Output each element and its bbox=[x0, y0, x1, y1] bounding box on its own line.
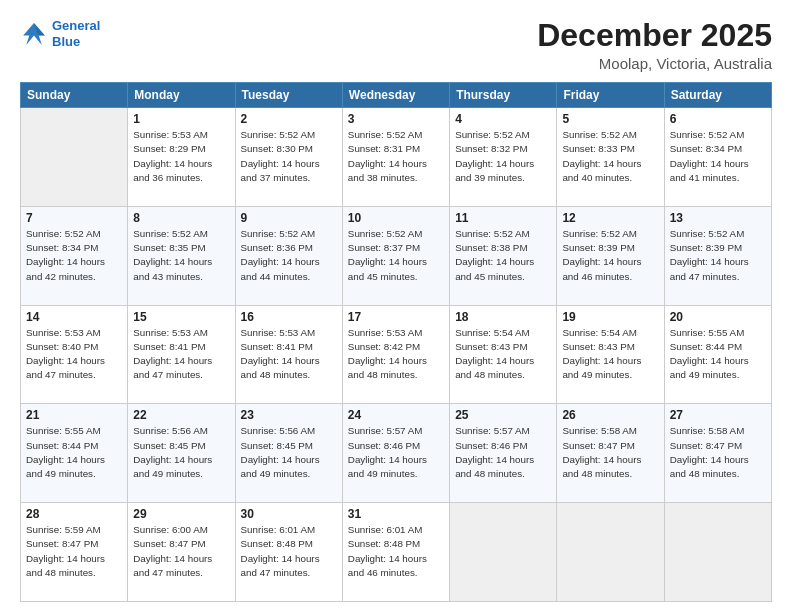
day-info: Sunrise: 5:54 AMSunset: 8:43 PMDaylight:… bbox=[562, 326, 658, 383]
day-number: 26 bbox=[562, 408, 658, 422]
table-row: 25Sunrise: 5:57 AMSunset: 8:46 PMDayligh… bbox=[450, 404, 557, 503]
day-number: 25 bbox=[455, 408, 551, 422]
day-info: Sunrise: 5:53 AMSunset: 8:41 PMDaylight:… bbox=[133, 326, 229, 383]
table-row: 3Sunrise: 5:52 AMSunset: 8:31 PMDaylight… bbox=[342, 108, 449, 207]
table-row: 10Sunrise: 5:52 AMSunset: 8:37 PMDayligh… bbox=[342, 206, 449, 305]
day-number: 24 bbox=[348, 408, 444, 422]
day-info: Sunrise: 5:56 AMSunset: 8:45 PMDaylight:… bbox=[133, 424, 229, 481]
day-info: Sunrise: 6:01 AMSunset: 8:48 PMDaylight:… bbox=[348, 523, 444, 580]
table-row: 2Sunrise: 5:52 AMSunset: 8:30 PMDaylight… bbox=[235, 108, 342, 207]
table-row: 14Sunrise: 5:53 AMSunset: 8:40 PMDayligh… bbox=[21, 305, 128, 404]
table-row: 13Sunrise: 5:52 AMSunset: 8:39 PMDayligh… bbox=[664, 206, 771, 305]
page: General Blue December 2025 Moolap, Victo… bbox=[0, 0, 792, 612]
day-number: 11 bbox=[455, 211, 551, 225]
day-number: 21 bbox=[26, 408, 122, 422]
col-thursday: Thursday bbox=[450, 83, 557, 108]
main-title: December 2025 bbox=[537, 18, 772, 53]
table-row bbox=[557, 503, 664, 602]
calendar-table: Sunday Monday Tuesday Wednesday Thursday… bbox=[20, 82, 772, 602]
logo-text: General Blue bbox=[52, 18, 100, 49]
day-info: Sunrise: 5:52 AMSunset: 8:34 PMDaylight:… bbox=[670, 128, 766, 185]
table-row: 6Sunrise: 5:52 AMSunset: 8:34 PMDaylight… bbox=[664, 108, 771, 207]
calendar-week-row: 1Sunrise: 5:53 AMSunset: 8:29 PMDaylight… bbox=[21, 108, 772, 207]
day-info: Sunrise: 5:58 AMSunset: 8:47 PMDaylight:… bbox=[562, 424, 658, 481]
day-info: Sunrise: 5:52 AMSunset: 8:34 PMDaylight:… bbox=[26, 227, 122, 284]
table-row: 9Sunrise: 5:52 AMSunset: 8:36 PMDaylight… bbox=[235, 206, 342, 305]
day-info: Sunrise: 5:52 AMSunset: 8:35 PMDaylight:… bbox=[133, 227, 229, 284]
day-number: 22 bbox=[133, 408, 229, 422]
table-row bbox=[664, 503, 771, 602]
calendar-week-row: 21Sunrise: 5:55 AMSunset: 8:44 PMDayligh… bbox=[21, 404, 772, 503]
day-number: 29 bbox=[133, 507, 229, 521]
header: General Blue December 2025 Moolap, Victo… bbox=[20, 18, 772, 72]
col-sunday: Sunday bbox=[21, 83, 128, 108]
table-row: 20Sunrise: 5:55 AMSunset: 8:44 PMDayligh… bbox=[664, 305, 771, 404]
day-number: 8 bbox=[133, 211, 229, 225]
day-number: 30 bbox=[241, 507, 337, 521]
col-monday: Monday bbox=[128, 83, 235, 108]
day-info: Sunrise: 5:58 AMSunset: 8:47 PMDaylight:… bbox=[670, 424, 766, 481]
day-number: 12 bbox=[562, 211, 658, 225]
day-info: Sunrise: 5:55 AMSunset: 8:44 PMDaylight:… bbox=[670, 326, 766, 383]
logo-icon bbox=[20, 20, 48, 48]
logo: General Blue bbox=[20, 18, 100, 49]
day-number: 23 bbox=[241, 408, 337, 422]
day-info: Sunrise: 5:52 AMSunset: 8:39 PMDaylight:… bbox=[562, 227, 658, 284]
day-info: Sunrise: 5:56 AMSunset: 8:45 PMDaylight:… bbox=[241, 424, 337, 481]
day-info: Sunrise: 5:53 AMSunset: 8:40 PMDaylight:… bbox=[26, 326, 122, 383]
day-info: Sunrise: 6:00 AMSunset: 8:47 PMDaylight:… bbox=[133, 523, 229, 580]
table-row: 21Sunrise: 5:55 AMSunset: 8:44 PMDayligh… bbox=[21, 404, 128, 503]
day-number: 27 bbox=[670, 408, 766, 422]
day-number: 20 bbox=[670, 310, 766, 324]
col-friday: Friday bbox=[557, 83, 664, 108]
day-info: Sunrise: 5:55 AMSunset: 8:44 PMDaylight:… bbox=[26, 424, 122, 481]
day-info: Sunrise: 5:52 AMSunset: 8:36 PMDaylight:… bbox=[241, 227, 337, 284]
table-row: 19Sunrise: 5:54 AMSunset: 8:43 PMDayligh… bbox=[557, 305, 664, 404]
day-number: 1 bbox=[133, 112, 229, 126]
table-row: 26Sunrise: 5:58 AMSunset: 8:47 PMDayligh… bbox=[557, 404, 664, 503]
day-number: 14 bbox=[26, 310, 122, 324]
table-row bbox=[450, 503, 557, 602]
day-number: 5 bbox=[562, 112, 658, 126]
day-number: 31 bbox=[348, 507, 444, 521]
table-row: 27Sunrise: 5:58 AMSunset: 8:47 PMDayligh… bbox=[664, 404, 771, 503]
table-row: 22Sunrise: 5:56 AMSunset: 8:45 PMDayligh… bbox=[128, 404, 235, 503]
table-row: 24Sunrise: 5:57 AMSunset: 8:46 PMDayligh… bbox=[342, 404, 449, 503]
day-number: 28 bbox=[26, 507, 122, 521]
day-info: Sunrise: 5:52 AMSunset: 8:38 PMDaylight:… bbox=[455, 227, 551, 284]
calendar-week-row: 7Sunrise: 5:52 AMSunset: 8:34 PMDaylight… bbox=[21, 206, 772, 305]
day-number: 4 bbox=[455, 112, 551, 126]
day-info: Sunrise: 5:57 AMSunset: 8:46 PMDaylight:… bbox=[348, 424, 444, 481]
table-row: 7Sunrise: 5:52 AMSunset: 8:34 PMDaylight… bbox=[21, 206, 128, 305]
table-row: 17Sunrise: 5:53 AMSunset: 8:42 PMDayligh… bbox=[342, 305, 449, 404]
day-info: Sunrise: 5:52 AMSunset: 8:31 PMDaylight:… bbox=[348, 128, 444, 185]
table-row: 31Sunrise: 6:01 AMSunset: 8:48 PMDayligh… bbox=[342, 503, 449, 602]
logo-line2: Blue bbox=[52, 34, 80, 49]
col-wednesday: Wednesday bbox=[342, 83, 449, 108]
day-number: 2 bbox=[241, 112, 337, 126]
day-info: Sunrise: 5:52 AMSunset: 8:39 PMDaylight:… bbox=[670, 227, 766, 284]
col-tuesday: Tuesday bbox=[235, 83, 342, 108]
day-number: 18 bbox=[455, 310, 551, 324]
logo-line1: General bbox=[52, 18, 100, 33]
table-row: 16Sunrise: 5:53 AMSunset: 8:41 PMDayligh… bbox=[235, 305, 342, 404]
day-number: 3 bbox=[348, 112, 444, 126]
day-info: Sunrise: 5:52 AMSunset: 8:33 PMDaylight:… bbox=[562, 128, 658, 185]
table-row: 5Sunrise: 5:52 AMSunset: 8:33 PMDaylight… bbox=[557, 108, 664, 207]
day-info: Sunrise: 5:59 AMSunset: 8:47 PMDaylight:… bbox=[26, 523, 122, 580]
calendar-header-row: Sunday Monday Tuesday Wednesday Thursday… bbox=[21, 83, 772, 108]
day-number: 17 bbox=[348, 310, 444, 324]
day-number: 16 bbox=[241, 310, 337, 324]
table-row: 11Sunrise: 5:52 AMSunset: 8:38 PMDayligh… bbox=[450, 206, 557, 305]
day-info: Sunrise: 5:52 AMSunset: 8:37 PMDaylight:… bbox=[348, 227, 444, 284]
day-info: Sunrise: 5:53 AMSunset: 8:42 PMDaylight:… bbox=[348, 326, 444, 383]
day-info: Sunrise: 5:53 AMSunset: 8:41 PMDaylight:… bbox=[241, 326, 337, 383]
table-row: 29Sunrise: 6:00 AMSunset: 8:47 PMDayligh… bbox=[128, 503, 235, 602]
table-row: 8Sunrise: 5:52 AMSunset: 8:35 PMDaylight… bbox=[128, 206, 235, 305]
title-block: December 2025 Moolap, Victoria, Australi… bbox=[537, 18, 772, 72]
day-number: 7 bbox=[26, 211, 122, 225]
day-number: 6 bbox=[670, 112, 766, 126]
day-number: 15 bbox=[133, 310, 229, 324]
day-info: Sunrise: 5:57 AMSunset: 8:46 PMDaylight:… bbox=[455, 424, 551, 481]
day-number: 19 bbox=[562, 310, 658, 324]
